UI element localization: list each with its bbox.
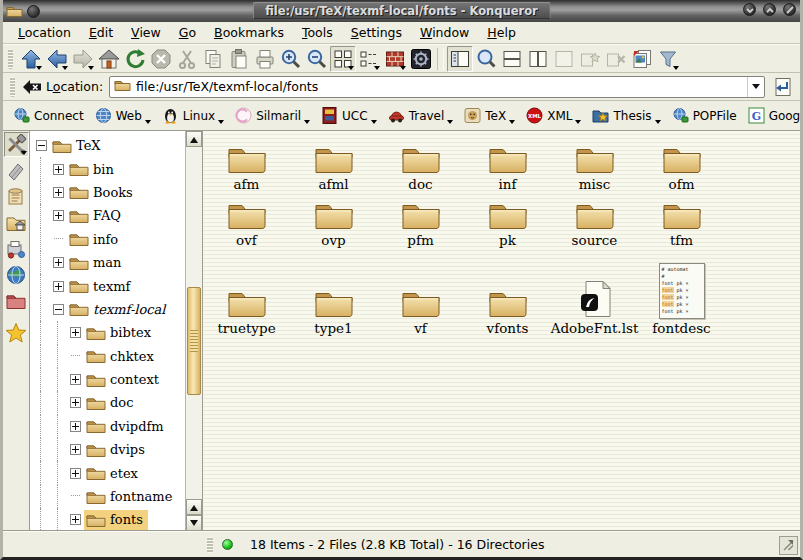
menu-window[interactable]: Window: [411, 23, 478, 42]
clear-location-button[interactable]: [20, 75, 44, 99]
file-item-afml[interactable]: afml: [290, 136, 377, 192]
menu-go[interactable]: Go: [170, 23, 205, 42]
shade-button[interactable]: [743, 3, 756, 16]
maximize-button[interactable]: [763, 3, 776, 16]
tree-expander-plus-icon[interactable]: [70, 327, 81, 338]
tree-expander-plus-icon[interactable]: [53, 281, 64, 292]
split-left-right-button[interactable]: [525, 46, 551, 72]
file-item-afm[interactable]: afm: [203, 136, 290, 192]
tree-item-books[interactable]: Books: [30, 181, 185, 204]
file-item-tfm[interactable]: tfm: [638, 192, 725, 248]
tree-expander-plus-icon[interactable]: [70, 468, 81, 479]
new-tab-button[interactable]: [577, 46, 603, 72]
tree-item-tex[interactable]: TeX: [30, 134, 185, 157]
tree-expander-plus-icon[interactable]: [53, 257, 64, 268]
up-button[interactable]: [18, 46, 44, 72]
bookmark-thesis[interactable]: Thesis: [592, 107, 660, 124]
show-sidebar-button[interactable]: [447, 46, 473, 72]
close-button[interactable]: [783, 3, 796, 16]
tree-item-dvips[interactable]: dvips: [30, 438, 185, 461]
sidebar-home-folder-button[interactable]: [4, 210, 29, 235]
file-item-vf[interactable]: vf: [377, 248, 464, 336]
tree-expander-plus-icon[interactable]: [70, 444, 81, 455]
print-button[interactable]: [252, 46, 278, 72]
tree-item-man[interactable]: man: [30, 251, 185, 274]
tree-item-texmf[interactable]: texmf: [30, 274, 185, 297]
paste-button[interactable]: [226, 46, 252, 72]
window-menu-button[interactable]: [27, 5, 40, 18]
sidebar-services-button[interactable]: [4, 236, 29, 261]
scroll-down-button[interactable]: [186, 515, 202, 531]
file-item-inf[interactable]: inf: [464, 136, 551, 192]
location-dropdown-button[interactable]: [747, 77, 764, 97]
bookmark-xml[interactable]: XMLXML: [526, 107, 581, 124]
back-button[interactable]: [44, 46, 70, 72]
scroll-up-button[interactable]: [186, 131, 202, 147]
file-item-pfm[interactable]: pfm: [377, 192, 464, 248]
menu-edit[interactable]: Edit: [80, 23, 122, 42]
sidebar-root-folder-button[interactable]: [4, 288, 29, 313]
tree-item-etex[interactable]: etex: [30, 461, 185, 484]
location-combobox[interactable]: file:/usr/TeX/texmf-local/fonts: [109, 76, 765, 98]
sidebar-network-button[interactable]: [4, 262, 29, 287]
titlebar[interactable]: file:/usr/TeX/texmf-local/fonts - Konque…: [3, 0, 800, 22]
forward-button[interactable]: [70, 46, 96, 72]
bookmark-tex[interactable]: TeX: [464, 107, 515, 124]
locationbar-grip[interactable]: [10, 77, 15, 97]
menu-location[interactable]: Location: [9, 23, 80, 42]
file-item-type1[interactable]: type1: [290, 248, 377, 336]
statusbar-grip[interactable]: [207, 537, 213, 553]
scroll-up-button-bottom[interactable]: [186, 499, 202, 515]
file-item-fontdesc[interactable]: # automat#font pk ×font pk ×font pk ×fon…: [638, 248, 725, 336]
tree-expander-minus-icon[interactable]: [53, 304, 64, 315]
scrollbar-thumb[interactable]: [187, 287, 201, 395]
sidebar-flag-button[interactable]: [4, 158, 29, 183]
tree-expander-plus-icon[interactable]: [70, 421, 81, 432]
file-item-ofm[interactable]: ofm: [638, 136, 725, 192]
zoom-in-button[interactable]: [278, 46, 304, 72]
tree-item-dvipdfm[interactable]: dvipdfm: [30, 415, 185, 438]
filter-button[interactable]: [655, 46, 681, 72]
tree-expander-plus-icon[interactable]: [53, 164, 64, 175]
tree-item-fonts[interactable]: fonts: [30, 508, 185, 531]
tree-item-info[interactable]: info: [30, 228, 185, 251]
menu-help[interactable]: Help: [478, 23, 525, 42]
go-button[interactable]: [770, 74, 796, 100]
tree-scrollbar[interactable]: [185, 131, 202, 531]
tree-expander-plus-icon[interactable]: [70, 397, 81, 408]
file-item-ovp[interactable]: ovp: [290, 192, 377, 248]
bookmark-google[interactable]: GGoogle: [748, 107, 803, 124]
sidebar-history-button[interactable]: [4, 184, 29, 209]
copy-button[interactable]: [200, 46, 226, 72]
bookmark-travel[interactable]: Travel: [388, 107, 454, 124]
tree-item-context[interactable]: context: [30, 368, 185, 391]
file-item-truetype[interactable]: truetype: [203, 248, 290, 336]
image-gallery-button[interactable]: [629, 46, 655, 72]
bookmark-linux[interactable]: Linux: [162, 107, 224, 124]
split-top-bottom-button[interactable]: [499, 46, 525, 72]
zoom-out-button[interactable]: [304, 46, 330, 72]
file-item-pk[interactable]: pk: [464, 192, 551, 248]
tree-item-faq[interactable]: FAQ: [30, 204, 185, 227]
bookmark-popfile[interactable]: POPFile: [672, 107, 737, 124]
file-item-vfonts[interactable]: vfonts: [464, 248, 551, 336]
bookmark-silmaril[interactable]: Silmaril: [235, 107, 310, 124]
bookmark-connect[interactable]: Connect: [13, 107, 84, 124]
tree-expander-plus-icon[interactable]: [53, 210, 64, 221]
find-file-button[interactable]: [473, 46, 499, 72]
close-tab-button[interactable]: [603, 46, 629, 72]
toolbar-grip[interactable]: [8, 49, 13, 69]
menu-tools[interactable]: Tools: [293, 23, 342, 42]
tree-expander-plus-icon[interactable]: [70, 374, 81, 385]
remove-view-button[interactable]: [551, 46, 577, 72]
file-item-source[interactable]: source: [551, 192, 638, 248]
detail-view-mode-button[interactable]: [356, 46, 382, 72]
window-resize-grip[interactable]: [779, 536, 798, 555]
tree-expander-plus-icon[interactable]: [53, 187, 64, 198]
sidebar-bookmarks-button[interactable]: [4, 320, 29, 345]
file-item-misc[interactable]: misc: [551, 136, 638, 192]
file-item-ovf[interactable]: ovf: [203, 192, 290, 248]
tree-item-doc[interactable]: doc: [30, 391, 185, 414]
bookmark-ucc[interactable]: UCC: [321, 107, 377, 124]
home-button[interactable]: [96, 46, 122, 72]
